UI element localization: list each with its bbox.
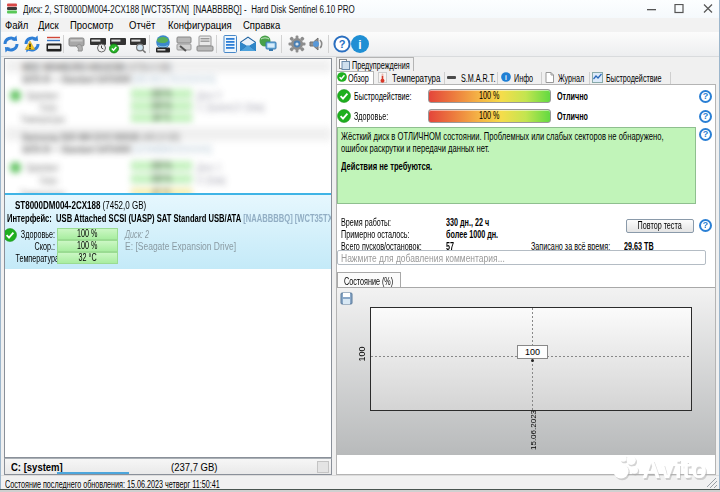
- svg-text:i: i: [505, 74, 507, 81]
- svg-text:?: ?: [339, 38, 346, 50]
- svg-text:i: i: [358, 38, 361, 52]
- svg-text:Avito: Avito: [642, 455, 707, 483]
